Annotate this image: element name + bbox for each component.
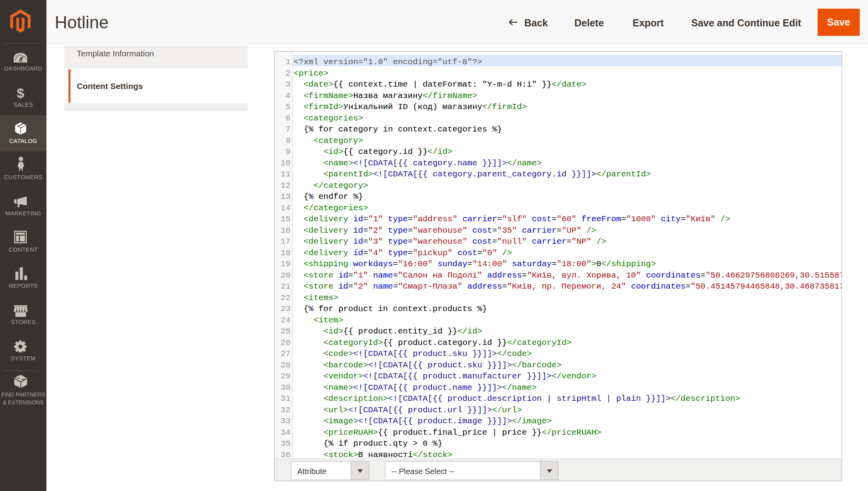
svg-text:$: $: [17, 87, 24, 99]
